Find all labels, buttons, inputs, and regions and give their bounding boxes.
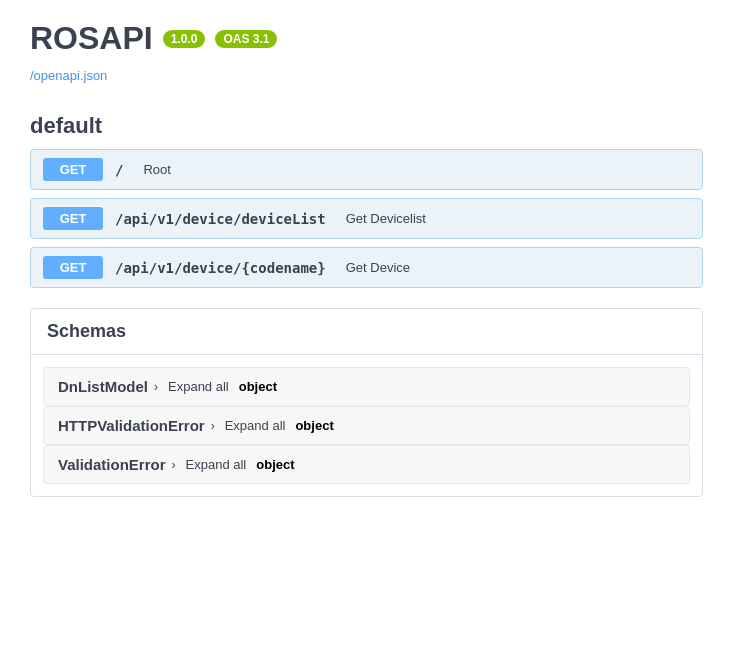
schemas-list: DnListModel›Expand allobjectHTTPValidati… [43, 367, 690, 484]
app-title: ROSAPI [30, 20, 153, 57]
oas-badge: OAS 3.1 [215, 30, 277, 48]
endpoint-description: Get Device [346, 260, 410, 275]
chevron-right-icon: › [211, 419, 215, 433]
schema-row[interactable]: HTTPValidationError›Expand allobject [43, 406, 690, 445]
method-badge: GET [43, 207, 103, 230]
default-section: default GET/RootGET/api/v1/device/device… [30, 103, 703, 288]
schema-name: HTTPValidationError [58, 417, 205, 434]
schema-row[interactable]: DnListModel›Expand allobject [43, 367, 690, 406]
schemas-section: Schemas DnListModel›Expand allobjectHTTP… [30, 308, 703, 497]
schema-name: DnListModel [58, 378, 148, 395]
schema-type: object [295, 418, 333, 433]
schema-row[interactable]: ValidationError›Expand allobject [43, 445, 690, 484]
schema-name: ValidationError [58, 456, 166, 473]
schemas-body: DnListModel›Expand allobjectHTTPValidati… [31, 355, 702, 496]
schema-type: object [256, 457, 294, 472]
schemas-header: Schemas [31, 309, 702, 355]
section-title: default [30, 103, 703, 149]
schema-type: object [239, 379, 277, 394]
chevron-right-icon: › [154, 380, 158, 394]
endpoint-path: /api/v1/device/deviceList [115, 211, 326, 227]
app-header: ROSAPI 1.0.0 OAS 3.1 [0, 0, 733, 67]
method-badge: GET [43, 256, 103, 279]
endpoint-description: Root [143, 162, 170, 177]
endpoint-path: /api/v1/device/{codename} [115, 260, 326, 276]
method-badge: GET [43, 158, 103, 181]
endpoint-row[interactable]: GET/Root [30, 149, 703, 190]
expand-all-label[interactable]: Expand all [168, 379, 229, 394]
endpoints-list: GET/RootGET/api/v1/device/deviceListGet … [30, 149, 703, 288]
endpoint-row[interactable]: GET/api/v1/device/deviceListGet Deviceli… [30, 198, 703, 239]
endpoint-row[interactable]: GET/api/v1/device/{codename}Get Device [30, 247, 703, 288]
endpoint-path: / [115, 162, 123, 178]
chevron-right-icon: › [172, 458, 176, 472]
openapi-link[interactable]: /openapi.json [30, 68, 107, 83]
endpoint-description: Get Devicelist [346, 211, 426, 226]
expand-all-label[interactable]: Expand all [186, 457, 247, 472]
version-badge: 1.0.0 [163, 30, 206, 48]
openapi-link-container: /openapi.json [0, 67, 733, 103]
expand-all-label[interactable]: Expand all [225, 418, 286, 433]
